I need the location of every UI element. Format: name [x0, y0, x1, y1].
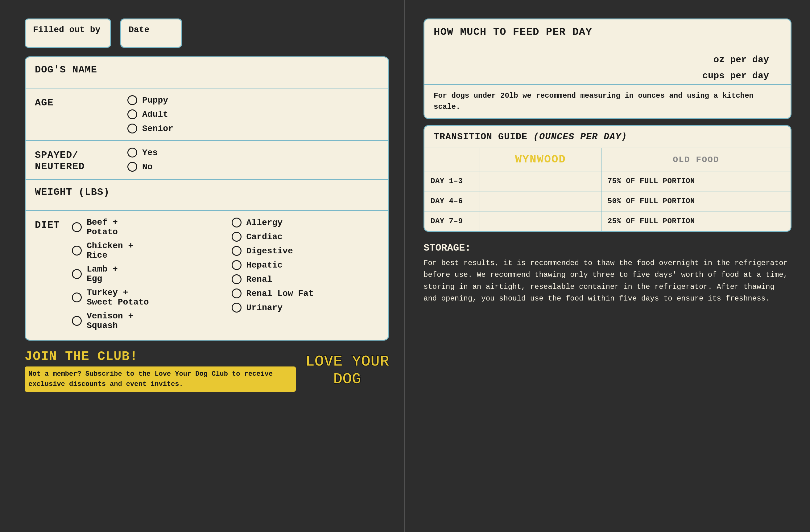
age-option-adult[interactable]: Adult [127, 110, 173, 119]
oz-per-day: oz per day [434, 54, 781, 65]
age-label: AGE [35, 97, 54, 109]
logo-line1: LOVE YOUR [305, 353, 389, 370]
diet-option-renal[interactable]: Renal [232, 274, 379, 284]
diet-option-hepatic[interactable]: Hepatic [232, 260, 379, 270]
day-1-3-old: 75% OF FULL PORTION [601, 171, 791, 191]
diet-radio-turkey[interactable] [72, 293, 82, 302]
diet-radio-renal[interactable] [232, 274, 242, 284]
age-label-col: AGE [35, 95, 127, 109]
storage-text: For best results, it is recommended to t… [423, 257, 792, 305]
transition-title: TRANSITION GUIDE (OUNCES PER DAY) [434, 132, 627, 142]
date-box[interactable]: Date [120, 18, 182, 48]
left-panel: Filled out by Date DOG'S NAME AGE Puppy [0, 0, 405, 532]
feed-values: oz per day cups per day [424, 45, 791, 84]
age-adult-label: Adult [142, 110, 168, 119]
table-row: DAY 4–6 50% OF FULL PORTION [424, 191, 791, 211]
diet-radio-venison[interactable] [72, 316, 82, 326]
diet-cardiac-label: Cardiac [246, 232, 283, 242]
storage-title: STORAGE: [423, 242, 792, 254]
age-option-puppy[interactable]: Puppy [127, 95, 173, 105]
diet-renal-label: Renal [246, 275, 272, 284]
diet-beef-label: Beef +Potato [87, 218, 118, 237]
table-row: DAY 7–9 25% OF FULL PORTION [424, 211, 791, 231]
diet-radio-hepatic[interactable] [232, 260, 242, 270]
join-text: JOIN THE CLUB! Not a member? Subscribe t… [25, 349, 296, 392]
diet-label: DIET [35, 219, 60, 231]
diet-option-venison[interactable]: Venison +Squash [72, 311, 219, 330]
transition-table: WYNWOOD OLD FOOD DAY 1–3 75% OF FULL POR… [424, 148, 791, 231]
wynwood-header-text: WYNWOOD [515, 153, 566, 166]
diet-col-1: Beef +Potato Chicken +Rice Lamb +Egg Tur… [72, 218, 219, 330]
dogs-name-section: DOG'S NAME [26, 57, 388, 88]
diet-radio-renal-low-fat[interactable] [232, 288, 242, 298]
diet-option-urinary[interactable]: Urinary [232, 303, 379, 313]
diet-option-chicken[interactable]: Chicken +Rice [72, 241, 219, 260]
day-4-6-old: 50% OF FULL PORTION [601, 191, 791, 211]
day-1-3-wynwood [480, 171, 601, 191]
dogs-name-label: DOG'S NAME [35, 64, 97, 76]
table-row: DAY 1–3 75% OF FULL PORTION [424, 171, 791, 191]
feed-note: For dogs under 20lb we recommend measuri… [424, 84, 791, 118]
filled-out-box[interactable]: Filled out by [25, 18, 111, 48]
spayed-label-col: SPAYED/NEUTERED [35, 148, 127, 172]
age-section: AGE Puppy Adult Senior [26, 88, 388, 141]
spayed-label: SPAYED/NEUTERED [35, 149, 85, 172]
day-7-9-label: DAY 7–9 [424, 211, 480, 231]
oldfood-header-text: OLD FOOD [673, 155, 719, 165]
diet-renal-low-fat-label: Renal Low Fat [246, 289, 314, 298]
top-row: Filled out by Date [25, 18, 389, 48]
diet-option-lamb[interactable]: Lamb +Egg [72, 264, 219, 284]
logo-line2: DOG [305, 370, 389, 388]
diet-venison-label: Venison +Squash [87, 311, 133, 330]
spayed-option-yes[interactable]: Yes [127, 148, 158, 157]
diet-radio-digestive[interactable] [232, 246, 242, 256]
spayed-radio-group: Yes No [127, 148, 158, 172]
diet-section: DIET Beef +Potato Chicken +Rice Lamb +Eg… [26, 211, 388, 340]
diet-lamb-label: Lamb +Egg [87, 264, 118, 284]
diet-option-cardiac[interactable]: Cardiac [232, 232, 379, 242]
storage-section: STORAGE: For best results, it is recomme… [423, 239, 792, 305]
transition-th-oldfood: OLD FOOD [601, 148, 791, 171]
spayed-option-no[interactable]: No [127, 162, 158, 172]
diet-radio-urinary[interactable] [232, 303, 242, 313]
age-radio-group: Puppy Adult Senior [127, 95, 173, 133]
spayed-radio-yes[interactable] [127, 148, 137, 157]
diet-digestive-label: Digestive [246, 246, 293, 256]
diet-radio-beef[interactable] [72, 222, 82, 232]
day-7-9-old: 25% OF FULL PORTION [601, 211, 791, 231]
age-option-senior[interactable]: Senior [127, 123, 173, 133]
transition-title-italic: (OUNCES PER DAY) [533, 132, 627, 142]
diet-radio-cardiac[interactable] [232, 232, 242, 242]
feed-card: HOW MUCH TO FEED PER DAY oz per day cups… [423, 18, 792, 119]
diet-option-digestive[interactable]: Digestive [232, 246, 379, 256]
join-subtitle: Not a member? Subscribe to the Love Your… [25, 366, 296, 392]
diet-option-turkey[interactable]: Turkey +Sweet Potato [72, 288, 219, 307]
transition-card: TRANSITION GUIDE (OUNCES PER DAY) WYNWOO… [423, 125, 792, 232]
diet-col-2: Allergy Cardiac Digestive Hepatic [232, 218, 379, 330]
day-4-6-label: DAY 4–6 [424, 191, 480, 211]
spayed-radio-no[interactable] [127, 162, 137, 172]
diet-option-beef[interactable]: Beef +Potato [72, 218, 219, 237]
age-radio-senior[interactable] [127, 123, 137, 133]
diet-option-renal-low-fat[interactable]: Renal Low Fat [232, 288, 379, 298]
age-radio-puppy[interactable] [127, 95, 137, 105]
day-1-3-label: DAY 1–3 [424, 171, 480, 191]
diet-turkey-label: Turkey +Sweet Potato [87, 288, 149, 307]
form-card: DOG'S NAME AGE Puppy Adult Senior [25, 56, 389, 340]
spayed-yes-label: Yes [142, 148, 158, 157]
weight-label: WEIGHT (LBS) [35, 186, 110, 198]
transition-th-day [424, 148, 480, 171]
age-radio-adult[interactable] [127, 110, 137, 119]
spayed-section: SPAYED/NEUTERED Yes No [26, 141, 388, 180]
feed-title: HOW MUCH TO FEED PER DAY [434, 26, 592, 38]
right-panel: HOW MUCH TO FEED PER DAY oz per day cups… [405, 0, 810, 532]
diet-option-allergy[interactable]: Allergy [232, 218, 379, 228]
diet-chicken-label: Chicken +Rice [87, 241, 133, 260]
diet-radio-lamb[interactable] [72, 269, 82, 279]
transition-th-wynwood: WYNWOOD [480, 148, 601, 171]
day-7-9-wynwood [480, 211, 601, 231]
diet-radio-allergy[interactable] [232, 218, 242, 228]
diet-urinary-label: Urinary [246, 303, 283, 313]
diet-radio-chicken[interactable] [72, 246, 82, 255]
transition-table-body: DAY 1–3 75% OF FULL PORTION DAY 4–6 50% … [424, 171, 791, 231]
